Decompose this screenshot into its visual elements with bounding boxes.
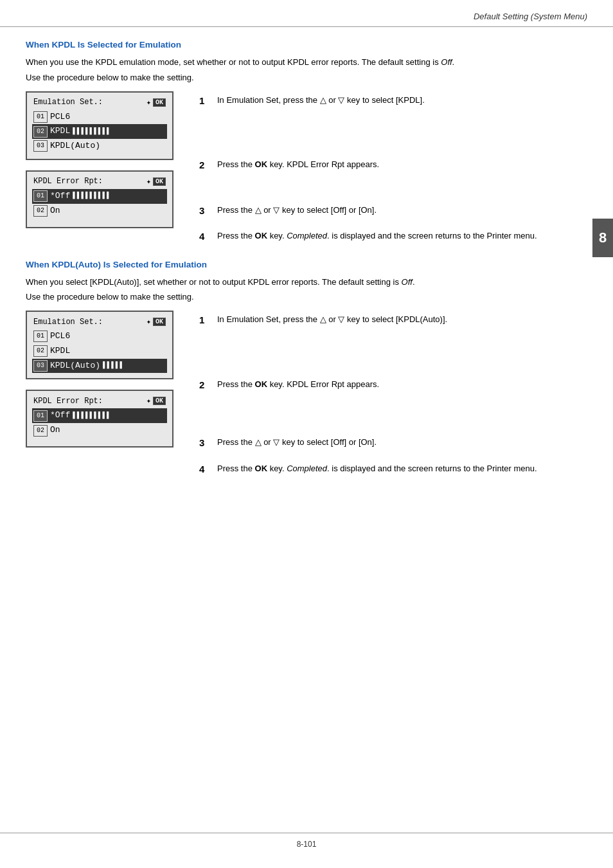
section2-screen1-ok: ✦ OK — [147, 317, 166, 327]
section1-step2: 2 Press the OK key. KPDL Error Rpt appea… — [199, 158, 587, 173]
section1-body: Emulation Set.: ✦ OK 01 PCL6 02 KPDL ▌▌▌… — [26, 91, 587, 244]
section2-screen2-header-row: KPDL Error Rpt: ✦ OK — [33, 396, 166, 406]
section2-procedure-label: Use the procedure below to make the sett… — [26, 292, 587, 302]
section1-screen2-ok: ✦ OK — [147, 177, 166, 186]
section1-steps: 1 In Emulation Set, press the △ or ▽ key… — [199, 91, 587, 244]
main-content: When KPDL Is Selected for Emulation When… — [0, 27, 613, 512]
section2-screen1-header: Emulation Set.: — [33, 318, 103, 327]
section1-screen2-row2: 02 On — [33, 204, 166, 219]
section1-desc: When you use the KPDL emulation mode, se… — [26, 56, 587, 69]
section2-step2: 2 Press the OK key. KPDL Error Rpt appea… — [199, 378, 587, 393]
page-footer: 8-101 — [0, 833, 613, 855]
diamond-icon: ✦ — [147, 98, 151, 107]
ok-badge2: OK — [153, 177, 166, 186]
section1-screen1-header: Emulation Set.: — [33, 98, 103, 107]
section2-screen1: Emulation Set.: ✦ OK 01 PCL6 02 KPDL — [26, 311, 173, 379]
section2-step1-text: In Emulation Set, press the △ or ▽ key t… — [217, 313, 587, 328]
section2-screen2-row1-selected: 01 *Off ▌▌▌▌▌▌▌▌▌ — [32, 408, 167, 423]
section1-step3-text: Press the △ or ▽ key to select [Off] or … — [217, 204, 587, 219]
ok-badge3: OK — [153, 318, 166, 326]
section1: When KPDL Is Selected for Emulation When… — [26, 40, 587, 244]
section2-step1: 1 In Emulation Set, press the △ or ▽ key… — [199, 313, 587, 328]
section1-procedure-label: Use the procedure below to make the sett… — [26, 73, 587, 82]
section2-screen2: KPDL Error Rpt: ✦ OK 01 *Off ▌▌▌▌▌▌▌▌▌ 0… — [26, 390, 173, 448]
section2-screen2-header: KPDL Error Rpt: — [33, 397, 103, 406]
section1-screen1-row2-selected: 02 KPDL ▌▌▌▌▌▌▌▌▌ — [32, 124, 167, 139]
ok-badge4: OK — [153, 397, 166, 405]
section1-step3: 3 Press the △ or ▽ key to select [Off] o… — [199, 204, 587, 219]
section2-step2-text: Press the OK key. KPDL Error Rpt appears… — [217, 378, 587, 393]
section1-screen1-row3: 03 KPDL(Auto) — [33, 139, 166, 154]
side-tab: 8 — [592, 219, 613, 257]
section1-steps-list: 1 In Emulation Set, press the △ or ▽ key… — [199, 94, 587, 244]
section2-screen1-row1: 01 PCL6 — [33, 329, 166, 344]
section2-screens: Emulation Set.: ✦ OK 01 PCL6 02 KPDL — [26, 311, 180, 476]
section1-screen2-header-row: KPDL Error Rpt: ✦ OK — [33, 177, 166, 186]
ok-badge: OK — [153, 98, 166, 107]
diamond-icon4: ✦ — [147, 396, 151, 406]
page-header: Default Setting (System Menu) — [0, 0, 613, 27]
section1-screen2: KPDL Error Rpt: ✦ OK 01 *Off ▌▌▌▌▌▌▌▌▌ 0… — [26, 170, 173, 228]
diamond-icon2: ✦ — [147, 177, 151, 186]
section1-screen2-header: KPDL Error Rpt: — [33, 177, 103, 186]
section2-step4: 4 Press the OK key. Completed. is displa… — [199, 462, 587, 477]
section2-screen1-header-row: Emulation Set.: ✦ OK — [33, 317, 166, 327]
section1-screen2-row1-selected: 01 *Off ▌▌▌▌▌▌▌▌▌ — [32, 189, 167, 204]
section1-step4: 4 Press the OK key. Completed. is displa… — [199, 230, 587, 244]
section2-screen1-row3-selected: 03 KPDL(Auto) ▌▌▌▌▌ — [32, 359, 167, 374]
section1-step1-text: In Emulation Set, press the △ or ▽ key t… — [217, 94, 587, 109]
section1-step1: 1 In Emulation Set, press the △ or ▽ key… — [199, 94, 587, 109]
section2: When KPDL(Auto) Is Selected for Emulatio… — [26, 260, 587, 477]
section1-screen1-row1: 01 PCL6 — [33, 110, 166, 125]
section2-title: When KPDL(Auto) Is Selected for Emulatio… — [26, 260, 587, 269]
section2-step3: 3 Press the △ or ▽ key to select [Off] o… — [199, 436, 587, 451]
section1-screens: Emulation Set.: ✦ OK 01 PCL6 02 KPDL ▌▌▌… — [26, 91, 180, 244]
section2-desc: When you select [KPDL(Auto)], set whethe… — [26, 276, 587, 289]
header-title: Default Setting (System Menu) — [474, 12, 587, 21]
section2-step3-text: Press the △ or ▽ key to select [Off] or … — [217, 436, 587, 451]
page-number: 8-101 — [297, 840, 317, 849]
section1-step4-text: Press the OK key. Completed. is displaye… — [217, 230, 587, 244]
section1-screen1: Emulation Set.: ✦ OK 01 PCL6 02 KPDL ▌▌▌… — [26, 91, 173, 160]
section2-screen2-row2: 02 On — [33, 423, 166, 438]
section2-screen2-ok: ✦ OK — [147, 396, 166, 406]
section2-steps-list: 1 In Emulation Set, press the △ or ▽ key… — [199, 313, 587, 476]
section1-screen1-ok: ✦ OK — [147, 98, 166, 107]
section1-screen1-header-row: Emulation Set.: ✦ OK — [33, 98, 166, 107]
section1-step2-text: Press the OK key. KPDL Error Rpt appears… — [217, 158, 587, 173]
section2-screen1-row2: 02 KPDL — [33, 344, 166, 359]
section2-step4-text: Press the OK key. Completed. is displaye… — [217, 462, 587, 477]
diamond-icon3: ✦ — [147, 317, 151, 327]
section2-body: Emulation Set.: ✦ OK 01 PCL6 02 KPDL — [26, 311, 587, 476]
section1-title: When KPDL Is Selected for Emulation — [26, 40, 587, 50]
section2-steps: 1 In Emulation Set, press the △ or ▽ key… — [199, 311, 587, 476]
